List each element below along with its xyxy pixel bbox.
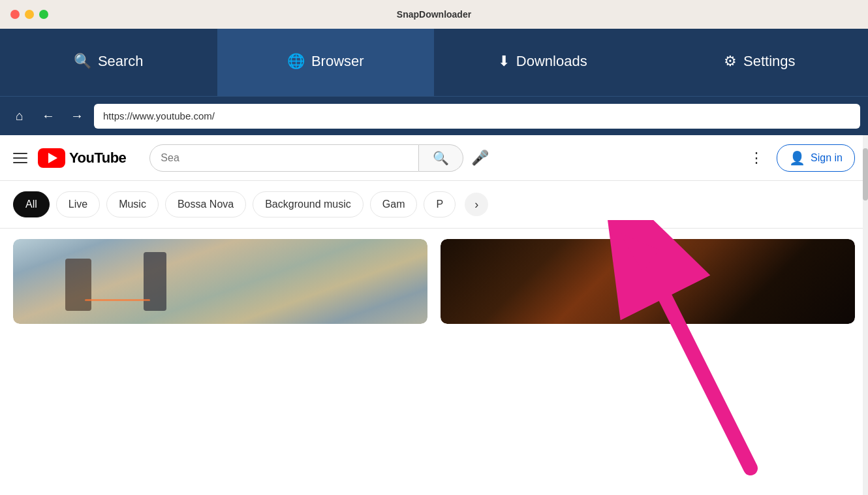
- hamburger-line-1: [13, 153, 27, 154]
- traffic-lights: [10, 10, 48, 19]
- tab-bar: 🔍 Search 🌐 Browser ⬇ Downloads ⚙ Setting…: [0, 29, 868, 96]
- chip-music[interactable]: Music: [106, 191, 159, 217]
- tab-downloads[interactable]: ⬇ Downloads: [434, 29, 651, 96]
- back-icon: ←: [42, 108, 55, 123]
- back-button[interactable]: ←: [37, 104, 60, 128]
- minimize-button[interactable]: [25, 10, 34, 19]
- chip-background-music-label: Background music: [265, 199, 351, 210]
- chip-bossa-nova[interactable]: Bossa Nova: [165, 191, 246, 217]
- tab-search[interactable]: 🔍 Search: [0, 29, 217, 96]
- chip-live-label: Live: [69, 199, 87, 210]
- chip-p-partial[interactable]: P: [424, 191, 456, 217]
- signin-label: Sign in: [811, 152, 843, 164]
- chip-background-music[interactable]: Background music: [253, 191, 364, 217]
- forward-icon: →: [70, 108, 84, 123]
- title-bar: SnapDownloader: [0, 0, 868, 29]
- maximize-button[interactable]: [39, 10, 48, 19]
- forward-button[interactable]: →: [65, 104, 89, 128]
- mic-icon: 🎤: [471, 150, 489, 166]
- more-icon: ⋮: [749, 150, 764, 166]
- search-icon: 🔍: [74, 53, 91, 70]
- chips-next-button[interactable]: ›: [465, 193, 488, 216]
- scrollbar[interactable]: [863, 135, 868, 495]
- home-button[interactable]: ⌂: [8, 104, 31, 128]
- youtube-logo[interactable]: YouTube: [38, 148, 126, 168]
- video-thumbnail-left[interactable]: [13, 239, 427, 324]
- tab-settings[interactable]: ⚙ Settings: [651, 29, 869, 96]
- chevron-right-icon: ›: [474, 198, 478, 212]
- tab-settings-label: Settings: [743, 53, 796, 70]
- youtube-play-triangle: [48, 153, 57, 163]
- youtube-signin-button[interactable]: 👤 Sign in: [777, 144, 855, 172]
- tab-search-label: Search: [98, 53, 144, 70]
- download-icon: ⬇: [498, 53, 510, 70]
- youtube-header-right: ⋮ 👤 Sign in: [749, 144, 855, 172]
- tab-browser-label: Browser: [311, 53, 364, 70]
- settings-icon: ⚙: [724, 53, 737, 70]
- youtube-mic-button[interactable]: 🎤: [471, 150, 489, 167]
- filter-chips: All Live Music Bossa Nova Background mus…: [0, 181, 868, 229]
- youtube-header: YouTube 🔍 🎤 ⋮ 👤 Sign in: [0, 135, 868, 181]
- video-grid: [0, 229, 868, 334]
- hamburger-line-2: [13, 157, 27, 159]
- youtube-search-icon: 🔍: [433, 150, 449, 166]
- close-button[interactable]: [10, 10, 20, 19]
- youtube-search-input[interactable]: [149, 144, 419, 172]
- account-icon: 👤: [789, 150, 805, 166]
- browser-icon: 🌐: [287, 53, 305, 70]
- tab-downloads-label: Downloads: [516, 53, 587, 70]
- youtube-play-icon: [38, 148, 65, 168]
- chip-music-label: Music: [119, 199, 146, 210]
- chip-all[interactable]: All: [13, 191, 50, 217]
- browser-toolbar: ⌂ ← →: [0, 96, 868, 135]
- youtube-search-button[interactable]: 🔍: [419, 144, 463, 172]
- hamburger-menu[interactable]: [13, 153, 27, 163]
- scrollbar-thumb[interactable]: [863, 148, 868, 200]
- chip-live[interactable]: Live: [56, 191, 100, 217]
- youtube-logo-text: YouTube: [69, 150, 126, 167]
- chip-p-label: P: [436, 199, 443, 210]
- chip-all-label: All: [25, 199, 37, 210]
- hamburger-line-3: [13, 162, 27, 163]
- video-image-left: [13, 239, 427, 324]
- chip-gaming-partial[interactable]: Gam: [370, 191, 418, 217]
- video-image-right: [441, 239, 855, 324]
- chip-bossa-nova-label: Bossa Nova: [178, 199, 234, 210]
- video-thumbnail-right[interactable]: [441, 239, 855, 324]
- tab-browser[interactable]: 🌐 Browser: [217, 29, 435, 96]
- browser-content: YouTube 🔍 🎤 ⋮ 👤 Sign in All Live: [0, 135, 868, 495]
- home-icon: ⌂: [16, 108, 23, 123]
- app-title: SnapDownloader: [397, 9, 471, 20]
- youtube-search-container: 🔍 🎤: [149, 144, 489, 172]
- chip-gaming-label: Gam: [382, 199, 405, 210]
- url-bar[interactable]: [94, 104, 860, 129]
- youtube-more-button[interactable]: ⋮: [749, 150, 764, 167]
